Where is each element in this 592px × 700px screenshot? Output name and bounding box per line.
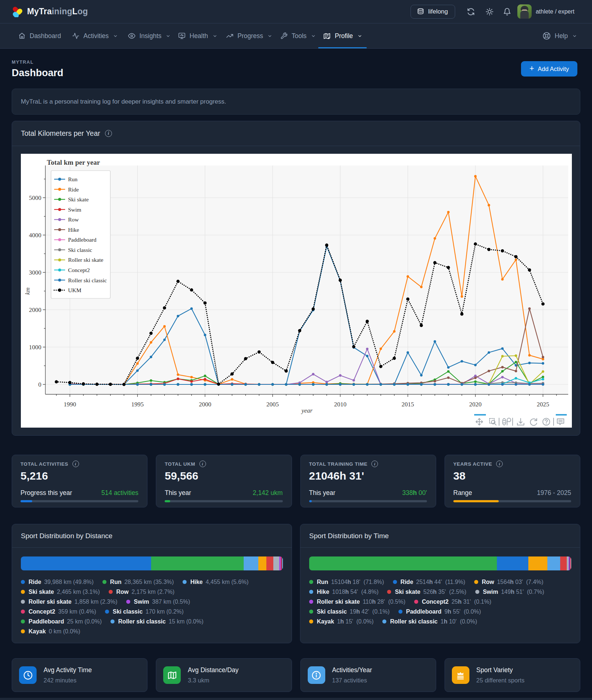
svg-text:5000: 5000: [29, 194, 41, 201]
svg-text:Hike: Hike: [68, 227, 79, 233]
svg-text:2010: 2010: [334, 401, 346, 408]
svg-text:UKM: UKM: [68, 287, 81, 293]
svg-text:Ski skate: Ski skate: [68, 196, 89, 202]
svg-text:Roller ski skate: Roller ski skate: [68, 257, 104, 263]
svg-text:Total km per year: Total km per year: [47, 159, 100, 166]
svg-text:2000: 2000: [199, 401, 211, 408]
svg-text:1990: 1990: [64, 401, 76, 408]
svg-text:Run: Run: [68, 176, 78, 182]
svg-text:2020: 2020: [469, 401, 482, 408]
svg-text:1995: 1995: [131, 401, 144, 408]
svg-text:Ride: Ride: [68, 186, 79, 193]
svg-text:Roller ski classic: Roller ski classic: [68, 277, 107, 283]
svg-text:0: 0: [38, 381, 42, 388]
svg-text:1000: 1000: [29, 344, 41, 351]
svg-text:Paddleboard: Paddleboard: [68, 237, 97, 243]
svg-text:2000: 2000: [29, 306, 41, 313]
svg-text:year: year: [301, 407, 313, 414]
svg-text:Ski classic: Ski classic: [68, 247, 92, 253]
svg-text:2015: 2015: [402, 401, 414, 408]
svg-text:km: km: [24, 287, 31, 295]
svg-text:2005: 2005: [266, 401, 279, 408]
svg-text:Swim: Swim: [68, 206, 81, 213]
svg-text:2025: 2025: [537, 401, 549, 408]
svg-text:Row: Row: [68, 216, 79, 223]
svg-text:3000: 3000: [29, 269, 41, 276]
svg-text:4000: 4000: [29, 232, 41, 239]
svg-text:Concept2: Concept2: [68, 267, 90, 273]
